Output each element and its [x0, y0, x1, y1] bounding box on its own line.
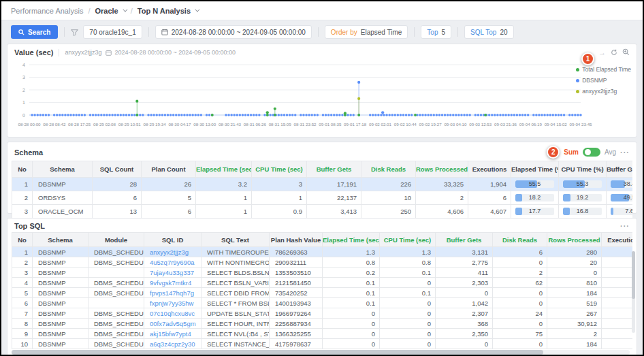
scatter-chart: 0123408-28 00:0008-28 08:4208-28 17:2508…: [10, 58, 631, 133]
annotation-badge-1: 1: [581, 52, 594, 65]
forward-icon[interactable]: →: [598, 49, 606, 56]
column-header-no[interactable]: No: [12, 161, 33, 178]
sql-id-link[interactable]: fpvps147hqh7g: [150, 289, 194, 297]
sql-id-link[interactable]: 4u5zq7r9y690a: [150, 259, 195, 266]
legend-item-anxyyx2tjjz3g[interactable]: anxyyx2tjjz3g: [576, 88, 631, 95]
column-header-disk-reads[interactable]: Disk Reads: [361, 161, 416, 178]
column-header-sql-id[interactable]: SQL ID: [144, 233, 202, 247]
sql-id-link[interactable]: anxyyx2tjjz3g: [150, 248, 189, 256]
column-header-elapsed-time-[interactable]: Elapsed Time (%): [511, 161, 559, 178]
legend-label: DBSNMP: [582, 77, 607, 84]
vertical-scrollbar-thumb[interactable]: [632, 251, 635, 299]
cell-module: [88, 298, 144, 308]
percentage-bar: 17.7: [515, 208, 554, 215]
column-header-sql-text[interactable]: SQL Text: [202, 233, 270, 247]
cell-sql-id: 4u5zq7r9y690a: [144, 257, 202, 268]
instance-selector[interactable]: 70 oracle19c_1: [83, 25, 142, 39]
refresh-icon[interactable]: [611, 49, 617, 57]
column-header-module[interactable]: Module: [88, 233, 144, 247]
cell-buffer-gets: 17,191: [307, 178, 361, 191]
cell-no: 2: [12, 191, 33, 205]
cell-rows-processed: 184: [547, 288, 602, 298]
column-header-rows-processed[interactable]: Rows Processed: [416, 161, 468, 178]
schema-more-menu[interactable]: ···: [620, 148, 630, 157]
sql-id-link[interactable]: 9vfvgsk7mtkr4: [150, 279, 191, 287]
sql-top-label: SQL Top: [470, 29, 496, 36]
sql-id-link[interactable]: 07c10qhcxu8vc: [150, 310, 195, 317]
table-row[interactable]: 8DBSNMPDBMS_SCHEDULER00fx7adv5q5gmSELECT…: [12, 319, 633, 329]
sql-top-selector[interactable]: SQL Top 20: [464, 25, 513, 39]
zoom-in-icon[interactable]: [622, 48, 630, 57]
cell-sql-text: UPDATE BSLN_STATISTICS S ...: [202, 308, 270, 319]
cell-executions: [602, 319, 633, 329]
table-row[interactable]: 4DBSNMPDBMS_SCHEDULER9vfvgsk7mtkr4SELECT…: [12, 278, 633, 288]
column-header-schema[interactable]: Schema: [33, 161, 93, 178]
column-header-executions[interactable]: Executions: [602, 233, 633, 247]
cell-sql-text: SELECT BLDS.BSLN_GUID ,BL...: [202, 268, 270, 278]
legend-item-dbsnmp[interactable]: DBSNMP: [576, 77, 631, 84]
table-row[interactable]: 3DBSNMP7ujay4u33g337SELECT BLDS.BSLN_GUI…: [12, 268, 633, 278]
svg-text:09-04 06:19: 09-04 06:19: [519, 122, 543, 127]
horizontal-scrollbar: [12, 350, 630, 355]
cell-disk-reads: 6: [493, 247, 547, 257]
svg-text:08-30 04:17: 08-30 04:17: [168, 122, 191, 127]
table-row[interactable]: 1DBSNMPDBMS_SCHEDULERanxyyx2tjjz3gWITH T…: [12, 247, 633, 257]
column-header-buffer-gets[interactable]: Buffer Gets: [307, 161, 361, 178]
sql-id-link[interactable]: 7ujay4u33g337: [150, 269, 194, 276]
avg-label[interactable]: Avg: [605, 148, 616, 156]
cell-elapsed-time-sec-: 1: [196, 191, 252, 205]
top-n-selector[interactable]: Top 5: [421, 25, 451, 39]
chart-sql-id: anxyyx2tjjz3g: [65, 49, 101, 56]
column-header-schema[interactable]: Schema: [33, 233, 88, 247]
topsql-more-menu[interactable]: ···: [620, 222, 630, 230]
table-row[interactable]: 9DBSNMPDBMS_SCHEDULERakj15bfw7ypt4SELECT…: [12, 329, 633, 339]
sql-id-link[interactable]: 00fx7adv5q5gm: [150, 320, 196, 327]
table-row[interactable]: 6DBSNMPfxpnjw7yy35hwSELECT * FROM BSLN_B…: [12, 298, 633, 308]
cell-module: [88, 268, 144, 278]
cell-plan-hash-value: 2256887934: [270, 319, 323, 329]
filter-icon[interactable]: [71, 29, 78, 36]
column-header-cpu-time-sec-[interactable]: CPU Time (sec): [380, 233, 436, 247]
cell-elapsed-time-sec-: 0.1: [323, 288, 380, 298]
column-header-sql-count[interactable]: SQL Count: [93, 161, 142, 178]
breadcrumb-item-top-n-analysis[interactable]: Top N Analysis: [138, 7, 198, 15]
table-row[interactable]: 2DBSNMPDBMS_SCHEDULER4u5zq7r9y690aWITH N…: [12, 257, 633, 268]
table-row[interactable]: 10DBSNMPDBMS_SCHEDULERa6q3z4cpz2y30SELEC…: [12, 339, 633, 349]
column-header-buffer-gets[interactable]: Buffer Gets: [436, 233, 493, 247]
column-header-disk-reads[interactable]: Disk Reads: [493, 233, 547, 247]
search-button[interactable]: Search: [11, 25, 58, 39]
topsql-panel-title: Top SQL: [14, 222, 45, 230]
column-header-cpu-time-sec-[interactable]: CPU Time (sec): [252, 161, 307, 178]
cell-sql-id: a6q3z4cpz2y30: [144, 339, 202, 349]
horizontal-scrollbar-thumb[interactable]: [12, 350, 543, 355]
column-header-buffer-gets-[interactable]: Buffer Gets (%): [607, 161, 633, 178]
sql-id-link[interactable]: akj15bfw7ypt4: [150, 330, 191, 338]
sum-avg-toggle[interactable]: [583, 148, 600, 157]
order-by-selector[interactable]: Order by Elapsed Time: [325, 25, 408, 39]
svg-text:1: 1: [22, 100, 25, 105]
toolbar-divider: [414, 27, 415, 37]
table-row[interactable]: 7DBSNMPDBMS_SCHEDULER07c10qhcxu8vcUPDATE…: [12, 308, 633, 319]
table-row[interactable]: 3ORACLE_OCM13610.93,4132504,6064,60717.7…: [12, 205, 633, 219]
column-header-executions[interactable]: Executions: [468, 161, 511, 178]
column-header-plan-count[interactable]: Plan Count: [142, 161, 196, 178]
table-row[interactable]: 2ORDSYS651122,137102618.219.249.5: [12, 191, 633, 205]
column-header-no[interactable]: No: [12, 233, 33, 247]
column-header-elapsed-time-sec-[interactable]: Elapsed Time (sec): [196, 161, 252, 178]
column-header-plan-hash-value[interactable]: Plan Hash Value: [270, 233, 323, 247]
sum-label[interactable]: Sum: [564, 148, 579, 156]
table-row[interactable]: 1DBSNMP28263.2317,19122633,3251,90455.55…: [12, 178, 633, 191]
percentage-value: 19.2: [563, 194, 602, 201]
svg-text:09-02 19:27: 09-02 19:27: [419, 122, 442, 127]
column-header-cpu-time-[interactable]: CPU Time (%): [559, 161, 607, 178]
sql-id-link[interactable]: fxpnjw7yy35hw: [150, 300, 193, 307]
table-row[interactable]: 5DBSNMPDBMS_SCHEDULERfpvps147hqh7gSELECT…: [12, 288, 633, 298]
breadcrumb-item-oracle[interactable]: Oracle: [95, 7, 125, 15]
cell-sql-text: SELECT NVL(:B4 , START_SN...: [202, 329, 270, 339]
search-button-label: Search: [28, 29, 50, 36]
date-range-picker[interactable]: 2024-08-28 00:00:00 ~ 2024-09-05 00:00:0…: [155, 25, 312, 39]
column-header-elapsed-time-sec-[interactable]: Elapsed Time (sec): [323, 233, 380, 247]
legend-item-total-elapsed-time[interactable]: Total Elapsed Time: [576, 66, 631, 73]
column-header-rows-processed[interactable]: Rows Processed: [547, 233, 602, 247]
sql-id-link[interactable]: a6q3z4cpz2y30: [150, 340, 195, 348]
